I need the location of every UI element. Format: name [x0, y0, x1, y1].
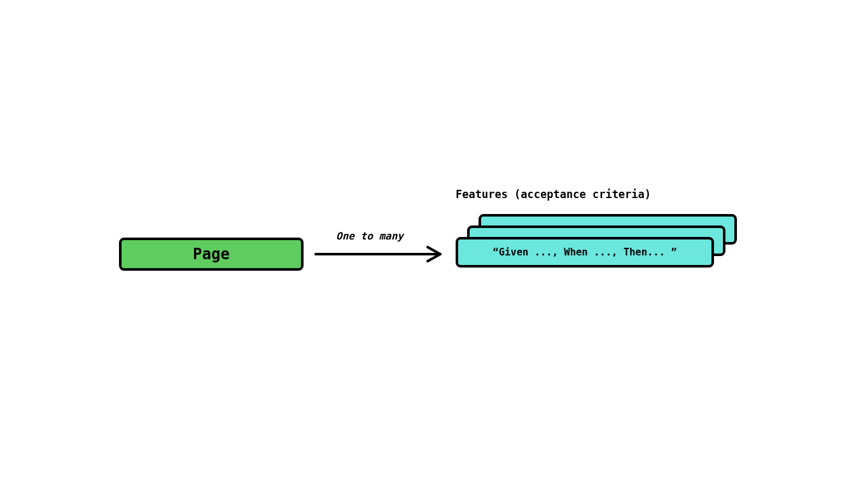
features-stack-title: Features (acceptance criteria): [456, 188, 651, 201]
page-entity-label: Page: [193, 245, 230, 263]
arrow-icon: [314, 245, 448, 264]
feature-card-front: “Given ..., When ..., Then... ”: [456, 237, 714, 268]
diagram-canvas: Page One to many Features (acceptance cr…: [0, 0, 868, 493]
page-entity-box: Page: [119, 238, 304, 271]
feature-card-text: “Given ..., When ..., Then... ”: [493, 246, 676, 258]
relationship-label: One to many: [336, 230, 403, 242]
